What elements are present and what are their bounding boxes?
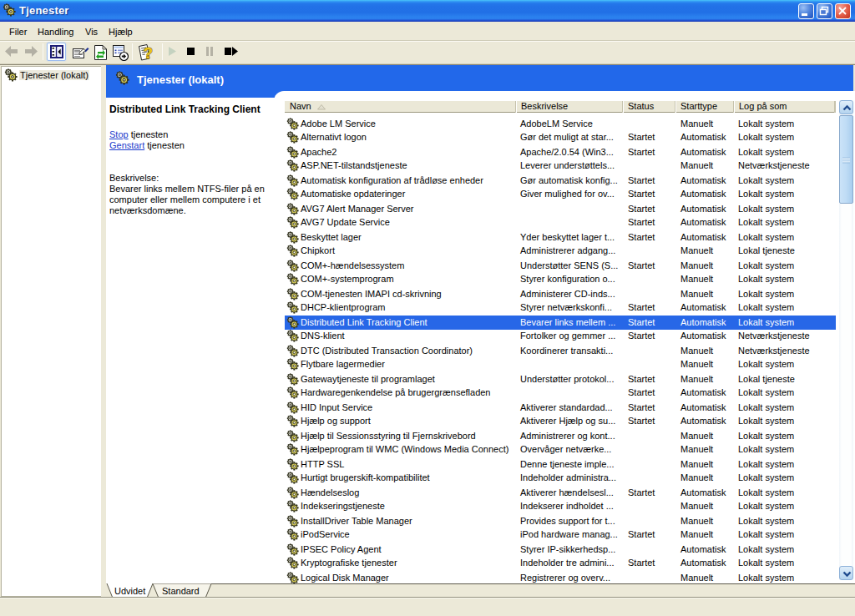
- svg-text:?: ?: [144, 45, 153, 61]
